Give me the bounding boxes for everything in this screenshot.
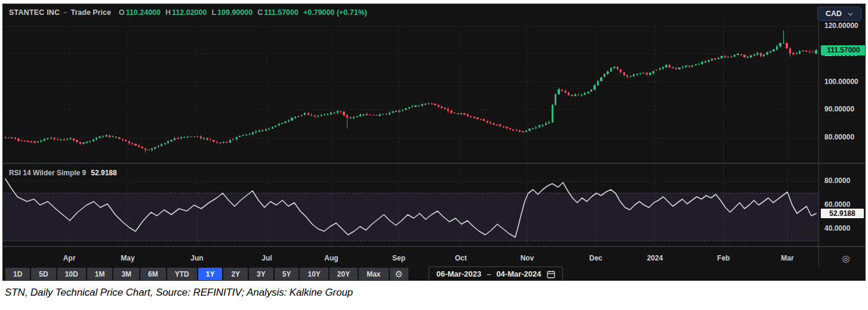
month-label: Nov — [521, 254, 534, 262]
chart-canvas — [3, 4, 866, 266]
date-to: 04-Mar-2024 — [496, 269, 541, 278]
rsi-tick-label: 80.0000 — [824, 176, 850, 185]
month-label: Apr — [63, 254, 76, 262]
range-button-1d[interactable]: 1D — [5, 268, 30, 281]
rsi-params: RSI 14 Wilder Simple 9 — [9, 169, 86, 177]
range-toolbar: 1D5D10D1M3M6MYTD1Y2Y3Y5Y10Y20YMax ⚙ 06-M… — [5, 267, 563, 281]
candlestick-series — [4, 30, 817, 153]
quote-field-key: C — [257, 8, 263, 17]
quote-field: L109.90000 — [211, 8, 253, 17]
chart-header: STANTEC INC - Trade Price O110.24000H112… — [3, 4, 821, 21]
month-label: 2024 — [647, 254, 663, 262]
quote-field-key: L — [211, 8, 216, 17]
month-label: Oct — [455, 254, 467, 262]
date-from: 06-Mar-2023 — [436, 269, 481, 278]
month-label: Feb — [717, 254, 730, 262]
chart-widget: STANTEC INC - Trade Price O110.24000H112… — [2, 4, 866, 281]
price-tick-label: 100.00000 — [824, 78, 858, 86]
quote-field-value: +0.79000 (+0.71%) — [303, 8, 367, 17]
date-range-picker[interactable]: 06-Mar-2023 – 04-Mar-2024 — [429, 266, 563, 281]
price-tick-label: 90.00000 — [824, 105, 854, 113]
quote-field-key: H — [165, 8, 171, 17]
range-button-max[interactable]: Max — [359, 268, 388, 281]
rsi-value: 52.9188 — [91, 169, 116, 177]
month-label: Sep — [392, 254, 405, 262]
range-button-20y[interactable]: 20Y — [330, 268, 358, 281]
series-label: Trade Price — [70, 8, 110, 17]
quote-field: +0.79000 (+0.71%) — [303, 8, 367, 17]
axis-settings-icon[interactable]: ◎ — [835, 252, 857, 265]
range-button-3y[interactable]: 3Y — [249, 268, 273, 281]
rsi-value-badge: 52.9188 — [821, 209, 864, 218]
quote-field: H112.02000 — [165, 8, 207, 17]
calendar-icon — [547, 270, 555, 278]
range-button-5y[interactable]: 5Y — [275, 268, 299, 281]
quote-field: C111.57000 — [257, 8, 298, 17]
gear-icon[interactable]: ⚙ — [390, 268, 408, 281]
quote-field-value: 112.02000 — [172, 8, 207, 17]
price-tick-label: 120.00000 — [824, 21, 858, 30]
month-label: Mar — [781, 254, 793, 262]
range-button-1m[interactable]: 1M — [87, 268, 113, 281]
month-label: Jun — [190, 254, 203, 262]
currency-selector[interactable]: CAD — [817, 7, 861, 21]
quote-field-key: O — [119, 8, 125, 17]
date-dash: – — [487, 269, 491, 278]
quote-field-value: 111.57000 — [264, 8, 298, 17]
header-separator: - — [64, 8, 66, 17]
range-button-2y[interactable]: 2Y — [223, 268, 248, 281]
quote-field: O110.24000 — [119, 8, 161, 17]
month-label: Jul — [261, 254, 272, 262]
month-label: Aug — [324, 254, 338, 262]
month-label: May — [121, 254, 134, 262]
currency-label: CAD — [826, 10, 842, 18]
range-button-5d[interactable]: 5D — [31, 268, 56, 281]
range-button-10d[interactable]: 10D — [57, 268, 86, 281]
range-button-1y[interactable]: 1Y — [198, 268, 223, 281]
chart-caption: STN, Daily Technical Price Chart, Source… — [5, 287, 353, 299]
last-price-badge: 111.57000 — [821, 45, 866, 55]
chevron-down-icon — [848, 13, 853, 16]
rsi-legend: RSI 14 Wilder Simple 9 52.9188 — [9, 169, 117, 177]
rsi-tick-label: 60.0000 — [824, 200, 850, 209]
ohlc-quote-fields: O110.24000H112.02000L109.90000C111.57000… — [119, 8, 367, 17]
quote-field-value: 110.24000 — [126, 8, 161, 17]
range-button-6m[interactable]: 6M — [140, 268, 166, 281]
price-tick-label: 80.00000 — [824, 133, 854, 141]
page: STANTEC INC - Trade Price O110.24000H112… — [0, 0, 868, 310]
range-button-ytd[interactable]: YTD — [167, 268, 197, 281]
range-button-10y[interactable]: 10Y — [300, 268, 328, 281]
rsi-tick-label: 40.0000 — [824, 224, 850, 232]
month-label: Dec — [589, 254, 602, 262]
symbol-name: STANTEC INC — [9, 8, 60, 17]
range-buttons: 1D5D10D1M3M6MYTD1Y2Y3Y5Y10Y20YMax — [5, 268, 389, 281]
quote-field-value: 109.90000 — [217, 8, 253, 17]
range-button-3m[interactable]: 3M — [113, 268, 139, 281]
